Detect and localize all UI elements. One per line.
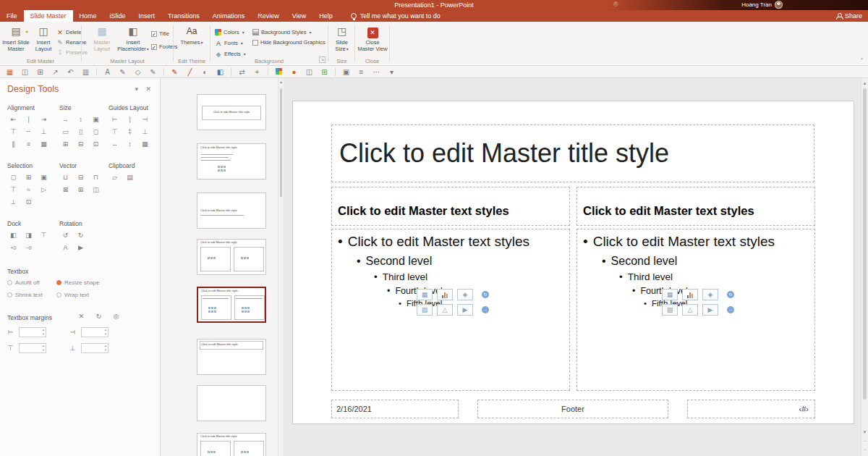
trash-icon[interactable]: ✕ — [75, 311, 88, 322]
shape-pen-icon[interactable]: ◇ — [133, 67, 142, 77]
rotate-right-icon[interactable]: ↻ — [75, 230, 87, 241]
target-icon[interactable]: ◎ — [110, 311, 122, 322]
scale-up-icon[interactable]: ⊞ — [59, 139, 72, 150]
combine-icon[interactable]: ⊞ — [75, 185, 87, 195]
share-button[interactable]: Share — [836, 10, 862, 22]
distribute-horizontal-icon[interactable]: ∥ — [7, 139, 20, 150]
table-icon[interactable]: ▥ — [81, 67, 90, 77]
link-badge-icon[interactable]: → — [482, 306, 489, 313]
dropdown-icon[interactable]: ▾ — [387, 67, 396, 77]
text-tool-icon[interactable]: A — [103, 67, 112, 77]
guide-bottom-icon[interactable]: ⊥ — [139, 127, 151, 138]
thumbnail-layout-5[interactable]: Click to edit Master title style — [197, 339, 266, 375]
select-similar-icon[interactable]: ≈ — [22, 185, 35, 195]
insert-video-icon[interactable]: ▶ — [702, 304, 718, 316]
fonts-button[interactable]: A Fonts▾ — [215, 38, 243, 48]
scrollbar-thumb[interactable] — [280, 88, 282, 197]
panel-menu-icon[interactable]: ▾ — [135, 85, 138, 93]
select-pointer-icon[interactable]: ▷ — [38, 185, 50, 195]
same-height-icon[interactable]: ↕ — [75, 114, 87, 125]
select-add-icon[interactable]: ⊞ — [22, 172, 35, 183]
date-placeholder[interactable]: 2/16/2021 — [331, 400, 459, 418]
tab-animations[interactable]: Animations — [206, 10, 252, 22]
dock-right-icon[interactable]: ◨ — [22, 230, 35, 241]
align-left-icon[interactable]: ⇤ — [7, 114, 20, 125]
link-badge-icon[interactable]: → — [727, 306, 734, 313]
account-chip[interactable]: Hoàng Trần — [741, 1, 783, 9]
align-right-icon[interactable]: ⇥ — [38, 114, 50, 125]
left-heading-placeholder[interactable]: Click to edit Master text styles — [331, 187, 570, 226]
right-content-placeholder[interactable]: •Click to edit Master text styles •Secon… — [576, 229, 815, 391]
shrink-text-radio[interactable]: Shrink text — [7, 292, 43, 298]
guide-right-icon[interactable]: ⊣ — [139, 114, 151, 125]
swap-icon[interactable]: ⇄ — [237, 67, 247, 77]
colors-button[interactable]: Colors▾ — [215, 28, 244, 37]
thumbnail-layout-3[interactable]: Click to edit Master title style — [197, 239, 266, 275]
insert-picture-icon[interactable]: ▨ — [662, 304, 678, 316]
insert-table-icon[interactable]: ▦ — [417, 289, 433, 300]
picture-icon[interactable]: ▣ — [341, 67, 351, 77]
tab-insert[interactable]: Insert — [132, 10, 162, 22]
tab-view[interactable]: View — [286, 10, 312, 22]
footer-placeholder[interactable]: Footer — [477, 400, 668, 418]
delete-button[interactable]: ✕ Delete — [56, 28, 82, 37]
tab-transitions[interactable]: Transitions — [161, 10, 206, 22]
select-group-icon[interactable]: ▣ — [38, 172, 50, 183]
hide-background-graphics-checkbox[interactable]: ✓ Hide Background Graphics — [252, 39, 326, 46]
union-icon[interactable]: ⊔ — [59, 172, 72, 183]
tab-review[interactable]: Review — [251, 10, 286, 22]
flip-horizontal-icon[interactable]: A — [59, 242, 72, 253]
add-icon[interactable]: + — [252, 67, 262, 77]
more-icon[interactable]: ⋯ — [372, 67, 381, 77]
fill-icon[interactable]: ◧ — [216, 67, 225, 77]
copy-icon[interactable]: ▱ — [109, 172, 121, 183]
same-width-icon[interactable]: ↔ — [59, 114, 72, 125]
title-checkbox[interactable]: ✓ Title — [151, 30, 169, 37]
margin-left-input[interactable]: ▲▼ — [19, 327, 46, 337]
select-all-icon[interactable]: ⊡ — [22, 197, 35, 208]
refresh-icon[interactable]: ↻ — [93, 311, 105, 322]
insert-smartart-icon[interactable]: ◈ — [702, 289, 718, 300]
margin-bottom-input[interactable]: ▲▼ — [81, 343, 109, 353]
background-styles-button[interactable]: Background Styles▾ — [252, 28, 312, 37]
select-front-icon[interactable]: ⊤ — [7, 185, 20, 195]
flip-vertical-icon[interactable]: ▶ — [75, 242, 87, 253]
color-wheel-icon[interactable]: ● — [289, 67, 299, 77]
tell-me-box[interactable]: Tell me what you want to do — [351, 10, 441, 22]
select-back-icon[interactable]: ⊥ — [7, 197, 20, 208]
reset-horizontal-icon[interactable]: +0 — [7, 242, 20, 253]
paste-icon[interactable]: ▤ — [124, 172, 136, 183]
scroll-up-icon[interactable]: ▲ — [861, 80, 868, 87]
scrollbar-thumb[interactable] — [863, 88, 867, 400]
scroll-down-icon[interactable]: ▼ — [861, 428, 868, 436]
thumbnail-master[interactable]: Click to edit Master title style — [197, 94, 266, 130]
guide-middle-icon[interactable]: ‡ — [124, 127, 136, 138]
wrap-text-radio[interactable]: Wrap text — [56, 292, 89, 298]
scroll-up-icon[interactable]: ▲ — [278, 80, 284, 84]
insert-stock-image-icon[interactable]: △ — [682, 304, 698, 316]
insert-smartart-icon[interactable]: ◈ — [457, 289, 473, 300]
rotate-left-icon[interactable]: ↺ — [59, 230, 72, 241]
select-marquee-icon[interactable]: ◻ — [7, 172, 20, 183]
resize-shape-radio[interactable]: Resize shape — [56, 279, 99, 286]
collapse-ribbon-icon[interactable]: ˆ — [861, 57, 863, 64]
export-icon[interactable]: ↗ — [51, 67, 60, 77]
align-bottom-icon[interactable]: ⊥ — [38, 127, 50, 138]
tab-slide-master[interactable]: Slide Master — [24, 10, 73, 22]
avatar[interactable] — [775, 1, 783, 9]
thumbnail-layout-4-selected[interactable]: Click to edit Master title style — [197, 287, 266, 323]
exclude-icon[interactable]: ⊠ — [59, 185, 72, 195]
scale-down-icon[interactable]: ⊟ — [75, 139, 87, 150]
insert-stock-image-icon[interactable]: △ — [437, 304, 453, 316]
next-slide-icon[interactable]: ˇ — [861, 447, 868, 455]
main-vertical-scrollbar[interactable]: ▲ ▼ ˆ ˇ — [861, 78, 868, 456]
list-icon[interactable]: ≡ — [357, 67, 366, 77]
tab-file[interactable]: File — [0, 10, 24, 22]
guide-horizontal-icon[interactable]: ↔ — [109, 139, 121, 150]
insert-video-icon[interactable]: ▶ — [457, 304, 473, 316]
align-center-icon[interactable]: ∣ — [22, 114, 35, 125]
thumbnail-layout-1[interactable]: Click to edit Master title style — [197, 143, 266, 180]
tab-islide[interactable]: iSlide — [103, 10, 132, 22]
title-placeholder[interactable]: Click to edit Master title style — [331, 124, 814, 182]
insert-layout-button[interactable]: ◫ Insert Layout — [30, 24, 56, 57]
